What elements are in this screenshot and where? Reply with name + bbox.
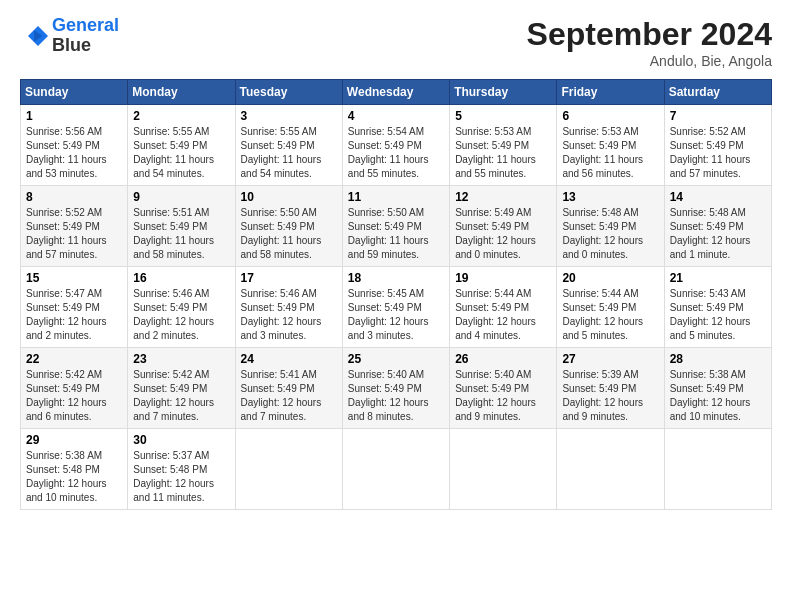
day-info: Sunrise: 5:56 AMSunset: 5:49 PMDaylight:…	[26, 125, 122, 181]
calendar-cell: 24Sunrise: 5:41 AMSunset: 5:49 PMDayligh…	[235, 348, 342, 429]
calendar-cell: 23Sunrise: 5:42 AMSunset: 5:49 PMDayligh…	[128, 348, 235, 429]
day-info: Sunrise: 5:48 AMSunset: 5:49 PMDaylight:…	[562, 206, 658, 262]
day-number: 8	[26, 190, 122, 204]
day-number: 1	[26, 109, 122, 123]
calendar-cell: 9Sunrise: 5:51 AMSunset: 5:49 PMDaylight…	[128, 186, 235, 267]
calendar-cell: 4Sunrise: 5:54 AMSunset: 5:49 PMDaylight…	[342, 105, 449, 186]
day-number: 22	[26, 352, 122, 366]
weekday-header-saturday: Saturday	[664, 80, 771, 105]
day-number: 27	[562, 352, 658, 366]
day-number: 12	[455, 190, 551, 204]
day-info: Sunrise: 5:43 AMSunset: 5:49 PMDaylight:…	[670, 287, 766, 343]
day-info: Sunrise: 5:55 AMSunset: 5:49 PMDaylight:…	[241, 125, 337, 181]
calendar-cell: 6Sunrise: 5:53 AMSunset: 5:49 PMDaylight…	[557, 105, 664, 186]
day-info: Sunrise: 5:37 AMSunset: 5:48 PMDaylight:…	[133, 449, 229, 505]
day-number: 20	[562, 271, 658, 285]
calendar-cell: 26Sunrise: 5:40 AMSunset: 5:49 PMDayligh…	[450, 348, 557, 429]
day-info: Sunrise: 5:46 AMSunset: 5:49 PMDaylight:…	[241, 287, 337, 343]
calendar-cell: 14Sunrise: 5:48 AMSunset: 5:49 PMDayligh…	[664, 186, 771, 267]
calendar-cell: 16Sunrise: 5:46 AMSunset: 5:49 PMDayligh…	[128, 267, 235, 348]
day-info: Sunrise: 5:40 AMSunset: 5:49 PMDaylight:…	[455, 368, 551, 424]
day-number: 14	[670, 190, 766, 204]
day-number: 9	[133, 190, 229, 204]
calendar-cell: 12Sunrise: 5:49 AMSunset: 5:49 PMDayligh…	[450, 186, 557, 267]
calendar-cell	[342, 429, 449, 510]
calendar-cell: 29Sunrise: 5:38 AMSunset: 5:48 PMDayligh…	[21, 429, 128, 510]
day-number: 11	[348, 190, 444, 204]
calendar-cell: 11Sunrise: 5:50 AMSunset: 5:49 PMDayligh…	[342, 186, 449, 267]
day-number: 17	[241, 271, 337, 285]
calendar-cell: 18Sunrise: 5:45 AMSunset: 5:49 PMDayligh…	[342, 267, 449, 348]
calendar-cell: 21Sunrise: 5:43 AMSunset: 5:49 PMDayligh…	[664, 267, 771, 348]
day-number: 24	[241, 352, 337, 366]
day-info: Sunrise: 5:40 AMSunset: 5:49 PMDaylight:…	[348, 368, 444, 424]
calendar-cell: 19Sunrise: 5:44 AMSunset: 5:49 PMDayligh…	[450, 267, 557, 348]
calendar-cell: 5Sunrise: 5:53 AMSunset: 5:49 PMDaylight…	[450, 105, 557, 186]
header: General Blue September 2024 Andulo, Bie,…	[20, 16, 772, 69]
page: General Blue September 2024 Andulo, Bie,…	[0, 0, 792, 612]
week-row-2: 8Sunrise: 5:52 AMSunset: 5:49 PMDaylight…	[21, 186, 772, 267]
day-info: Sunrise: 5:55 AMSunset: 5:49 PMDaylight:…	[133, 125, 229, 181]
day-info: Sunrise: 5:39 AMSunset: 5:49 PMDaylight:…	[562, 368, 658, 424]
calendar-cell	[664, 429, 771, 510]
day-number: 29	[26, 433, 122, 447]
day-info: Sunrise: 5:45 AMSunset: 5:49 PMDaylight:…	[348, 287, 444, 343]
logo-icon	[20, 22, 48, 50]
day-number: 13	[562, 190, 658, 204]
day-number: 15	[26, 271, 122, 285]
day-info: Sunrise: 5:53 AMSunset: 5:49 PMDaylight:…	[455, 125, 551, 181]
day-info: Sunrise: 5:50 AMSunset: 5:49 PMDaylight:…	[348, 206, 444, 262]
weekday-header-sunday: Sunday	[21, 80, 128, 105]
day-number: 26	[455, 352, 551, 366]
calendar-cell: 10Sunrise: 5:50 AMSunset: 5:49 PMDayligh…	[235, 186, 342, 267]
weekday-header-row: SundayMondayTuesdayWednesdayThursdayFrid…	[21, 80, 772, 105]
day-number: 7	[670, 109, 766, 123]
calendar-cell: 22Sunrise: 5:42 AMSunset: 5:49 PMDayligh…	[21, 348, 128, 429]
day-info: Sunrise: 5:50 AMSunset: 5:49 PMDaylight:…	[241, 206, 337, 262]
weekday-header-thursday: Thursday	[450, 80, 557, 105]
week-row-3: 15Sunrise: 5:47 AMSunset: 5:49 PMDayligh…	[21, 267, 772, 348]
weekday-header-monday: Monday	[128, 80, 235, 105]
day-info: Sunrise: 5:44 AMSunset: 5:49 PMDaylight:…	[562, 287, 658, 343]
logo: General Blue	[20, 16, 119, 56]
title-block: September 2024 Andulo, Bie, Angola	[527, 16, 772, 69]
day-number: 4	[348, 109, 444, 123]
day-info: Sunrise: 5:47 AMSunset: 5:49 PMDaylight:…	[26, 287, 122, 343]
day-number: 2	[133, 109, 229, 123]
day-info: Sunrise: 5:46 AMSunset: 5:49 PMDaylight:…	[133, 287, 229, 343]
calendar-cell: 8Sunrise: 5:52 AMSunset: 5:49 PMDaylight…	[21, 186, 128, 267]
logo-text: General Blue	[52, 16, 119, 56]
day-info: Sunrise: 5:38 AMSunset: 5:48 PMDaylight:…	[26, 449, 122, 505]
calendar-cell: 7Sunrise: 5:52 AMSunset: 5:49 PMDaylight…	[664, 105, 771, 186]
weekday-header-friday: Friday	[557, 80, 664, 105]
calendar-cell: 28Sunrise: 5:38 AMSunset: 5:49 PMDayligh…	[664, 348, 771, 429]
day-info: Sunrise: 5:38 AMSunset: 5:49 PMDaylight:…	[670, 368, 766, 424]
calendar-cell	[450, 429, 557, 510]
calendar-cell: 13Sunrise: 5:48 AMSunset: 5:49 PMDayligh…	[557, 186, 664, 267]
location-title: Andulo, Bie, Angola	[527, 53, 772, 69]
day-number: 3	[241, 109, 337, 123]
calendar-cell: 17Sunrise: 5:46 AMSunset: 5:49 PMDayligh…	[235, 267, 342, 348]
week-row-5: 29Sunrise: 5:38 AMSunset: 5:48 PMDayligh…	[21, 429, 772, 510]
day-number: 5	[455, 109, 551, 123]
calendar-cell: 30Sunrise: 5:37 AMSunset: 5:48 PMDayligh…	[128, 429, 235, 510]
weekday-header-tuesday: Tuesday	[235, 80, 342, 105]
day-info: Sunrise: 5:42 AMSunset: 5:49 PMDaylight:…	[133, 368, 229, 424]
day-info: Sunrise: 5:54 AMSunset: 5:49 PMDaylight:…	[348, 125, 444, 181]
calendar-table: SundayMondayTuesdayWednesdayThursdayFrid…	[20, 79, 772, 510]
day-info: Sunrise: 5:49 AMSunset: 5:49 PMDaylight:…	[455, 206, 551, 262]
day-info: Sunrise: 5:48 AMSunset: 5:49 PMDaylight:…	[670, 206, 766, 262]
calendar-cell: 3Sunrise: 5:55 AMSunset: 5:49 PMDaylight…	[235, 105, 342, 186]
day-info: Sunrise: 5:41 AMSunset: 5:49 PMDaylight:…	[241, 368, 337, 424]
day-number: 21	[670, 271, 766, 285]
day-number: 16	[133, 271, 229, 285]
weekday-header-wednesday: Wednesday	[342, 80, 449, 105]
week-row-4: 22Sunrise: 5:42 AMSunset: 5:49 PMDayligh…	[21, 348, 772, 429]
calendar-cell: 2Sunrise: 5:55 AMSunset: 5:49 PMDaylight…	[128, 105, 235, 186]
month-title: September 2024	[527, 16, 772, 53]
day-info: Sunrise: 5:53 AMSunset: 5:49 PMDaylight:…	[562, 125, 658, 181]
calendar-cell: 25Sunrise: 5:40 AMSunset: 5:49 PMDayligh…	[342, 348, 449, 429]
day-number: 19	[455, 271, 551, 285]
day-info: Sunrise: 5:44 AMSunset: 5:49 PMDaylight:…	[455, 287, 551, 343]
calendar-cell: 20Sunrise: 5:44 AMSunset: 5:49 PMDayligh…	[557, 267, 664, 348]
